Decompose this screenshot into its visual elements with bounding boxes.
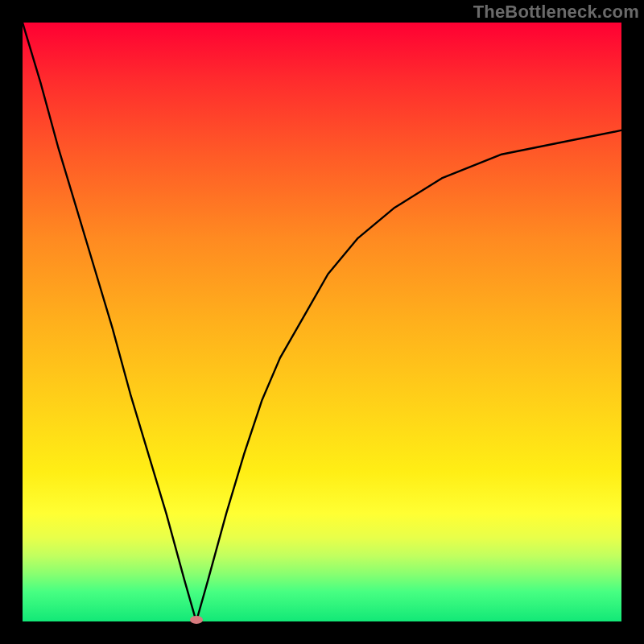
curve-line [23,23,621,621]
watermark-text: TheBottleneck.com [473,2,639,23]
chart-frame: TheBottleneck.com [0,0,644,644]
plot-area [23,23,621,621]
minimum-marker-dot [190,616,203,624]
